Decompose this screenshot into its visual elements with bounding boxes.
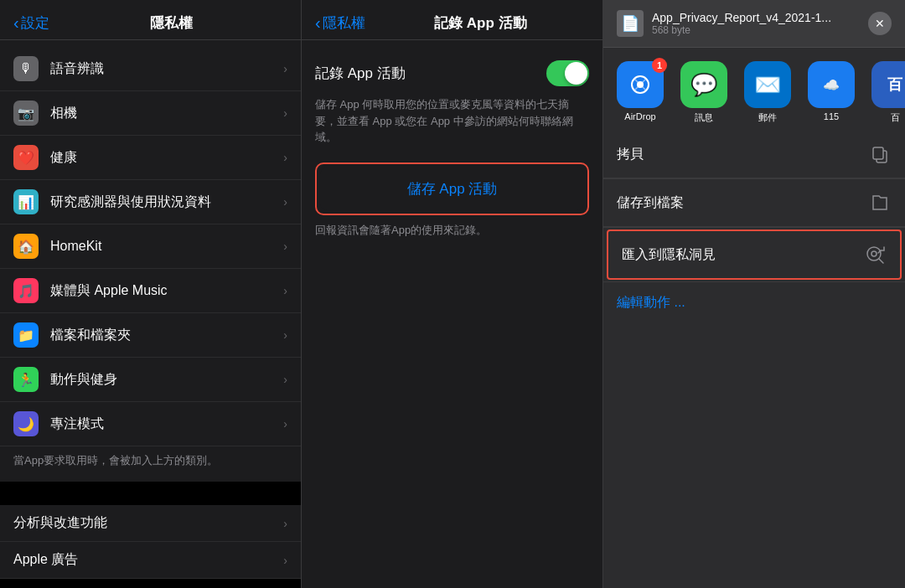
mail-app-icon: ✉️ — [744, 61, 791, 108]
homekit-icon: 🏠 — [13, 234, 39, 259]
baidu-icon-wrap: 百 — [871, 61, 905, 108]
menu-label-analytics: 分析與改進功能 — [13, 514, 283, 532]
baidu-label: 百 — [891, 111, 900, 124]
share-app-airdrop[interactable]: 1 AirDrop — [610, 61, 670, 124]
svg-rect-3 — [873, 147, 883, 159]
import-privacy-icon — [863, 243, 887, 266]
section-divider-2 — [0, 579, 301, 588]
camera-icon: 📷 — [13, 101, 39, 126]
edit-actions-link[interactable]: 編輯動作 ... — [603, 282, 905, 323]
menu-item-media[interactable]: 🎵 媒體與 Apple Music › — [0, 269, 301, 313]
menu-label-focus: 專注模式 — [50, 415, 283, 433]
back-to-settings-button[interactable]: ‹ 設定 — [13, 13, 49, 33]
left-panel-title: 隱私權 — [56, 13, 287, 33]
section-divider — [0, 482, 301, 505]
share-file-info: App_Privacy_Report_v4_2021-1... 568 byte — [652, 11, 868, 36]
menu-item-ads[interactable]: Apple 廣告 › — [0, 542, 301, 579]
share-header: 📄 App_Privacy_Report_v4_2021-1... 568 by… — [603, 0, 905, 48]
mail-icon-wrap: ✉️ — [744, 61, 791, 108]
save-file-icon — [868, 191, 892, 214]
left-panel: ‹ 設定 隱私權 🎙 語音辨識 › 📷 相機 › ❤️ 健康 › 📊 研究感測器… — [0, 0, 302, 588]
airdrop-label: AirDrop — [624, 111, 655, 121]
chevron-icon: › — [283, 62, 287, 75]
mail-label: 郵件 — [758, 111, 777, 124]
svg-point-5 — [871, 251, 877, 256]
save-file-label: 儲存到檔案 — [617, 194, 684, 212]
share-close-button[interactable]: ✕ — [868, 12, 892, 35]
media-icon: 🎵 — [13, 278, 39, 303]
chevron-icon: › — [283, 328, 287, 342]
menu-label-health: 健康 — [50, 149, 283, 167]
chevron-icon: › — [283, 106, 287, 120]
menu-label-voice: 語音辨識 — [50, 60, 283, 78]
save-app-activity-button[interactable]: 儲存 App 活動 — [320, 168, 584, 210]
menu-label-media: 媒體與 Apple Music — [50, 282, 283, 300]
middle-content: 記錄 App 活動 儲存 App 何時取用您的位置或麥克風等資料的七天摘要，並查… — [302, 40, 602, 588]
share-app-mail[interactable]: ✉️ 郵件 — [737, 61, 798, 124]
save-button-container: 儲存 App 活動 — [315, 162, 589, 215]
menu-label-research: 研究感測器與使用狀況資料 — [50, 193, 283, 211]
menu-item-voice[interactable]: 🎙 語音辨識 › — [0, 47, 301, 91]
menu-label-camera: 相機 — [50, 105, 283, 122]
menu-item-focus[interactable]: 🌙 專注模式 › — [0, 402, 301, 446]
menu-item-health[interactable]: ❤️ 健康 › — [0, 136, 301, 180]
app115-app-icon: ☁️ — [808, 61, 855, 108]
share-app-115[interactable]: ☁️ 115 — [801, 61, 861, 124]
record-app-toggle[interactable] — [546, 60, 589, 86]
chevron-icon: › — [283, 373, 287, 386]
chevron-icon: › — [283, 240, 287, 253]
back-label: 設定 — [21, 13, 49, 33]
chevron-icon: › — [283, 417, 287, 431]
share-action-copy[interactable]: 拷貝 — [603, 131, 905, 178]
middle-panel: ‹ 隱私權 記錄 App 活動 記錄 App 活動 儲存 App 何時取用您的位… — [302, 0, 603, 588]
save-description: 回報資訊會隨著App的使用來記錄。 — [315, 222, 589, 239]
motion-icon: 🏃 — [13, 367, 39, 392]
import-privacy-label: 匯入到隱私洞見 — [622, 246, 716, 264]
toggle-description: 儲存 App 何時取用您的位置或麥克風等資料的七天摘要，並查看 App 或您在 … — [315, 96, 589, 146]
share-action-save-file[interactable]: 儲存到檔案 — [603, 179, 905, 227]
menu-label-motion: 動作與健身 — [50, 371, 283, 389]
back-label: 隱私權 — [323, 13, 365, 33]
privacy-menu-list: 🎙 語音辨識 › 📷 相機 › ❤️ 健康 › 📊 研究感測器與使用狀況資料 ›… — [0, 40, 301, 588]
share-app-baidu[interactable]: 百 百 — [865, 61, 905, 124]
menu-item-homekit[interactable]: 🏠 HomeKit › — [0, 224, 301, 269]
left-header: ‹ 設定 隱私權 — [0, 0, 301, 40]
copy-label: 拷貝 — [617, 146, 644, 163]
back-chevron-icon: ‹ — [315, 13, 321, 33]
app115-label: 115 — [824, 111, 839, 121]
back-chevron-icon: ‹ — [13, 13, 19, 33]
health-icon: ❤️ — [13, 145, 39, 170]
menu-label-ads: Apple 廣告 — [13, 551, 283, 569]
back-to-privacy-button[interactable]: ‹ 隱私權 — [315, 13, 365, 33]
menu-item-camera[interactable]: 📷 相機 › — [0, 91, 301, 136]
menu-label-homekit: HomeKit — [50, 239, 283, 254]
messages-label: 訊息 — [695, 111, 713, 124]
menu-item-files[interactable]: 📁 檔案和檔案夾 › — [0, 313, 301, 358]
share-apps-row: 1 AirDrop 💬 訊息 ✉️ 郵件 ☁️ 115 — [603, 48, 905, 131]
files-icon: 📁 — [13, 322, 39, 348]
chevron-icon: › — [283, 151, 287, 164]
toggle-label: 記錄 App 活動 — [315, 64, 406, 83]
focus-icon: 🌙 — [13, 411, 39, 436]
close-icon: ✕ — [875, 17, 885, 30]
share-action-import-privacy[interactable]: 匯入到隱私洞見 — [607, 230, 902, 280]
share-file-name: App_Privacy_Report_v4_2021-1... — [652, 11, 836, 24]
airdrop-icon-wrap: 1 — [617, 61, 664, 108]
toggle-row: 記錄 App 活動 — [315, 60, 589, 86]
menu-item-motion[interactable]: 🏃 動作與健身 › — [0, 358, 301, 402]
middle-header: ‹ 隱私權 記錄 App 活動 — [302, 0, 602, 40]
chevron-icon: › — [283, 195, 287, 209]
app115-icon-wrap: ☁️ — [808, 61, 855, 108]
menu-item-research[interactable]: 📊 研究感測器與使用狀況資料 › — [0, 180, 301, 224]
right-panel: 📄 App_Privacy_Report_v4_2021-1... 568 by… — [603, 0, 905, 588]
section-footer: 當App要求取用時，會被加入上方的類別。 — [0, 446, 301, 482]
share-app-messages[interactable]: 💬 訊息 — [674, 61, 734, 124]
voice-icon: 🎙 — [13, 56, 39, 81]
menu-item-analytics[interactable]: 分析與改進功能 › — [0, 505, 301, 542]
baidu-app-icon: 百 — [871, 61, 905, 108]
share-file-size: 568 byte — [652, 24, 868, 36]
chevron-icon: › — [283, 284, 287, 297]
middle-panel-title: 記錄 App 活動 — [372, 13, 589, 33]
messages-app-icon: 💬 — [680, 61, 727, 108]
chevron-icon: › — [283, 517, 287, 530]
